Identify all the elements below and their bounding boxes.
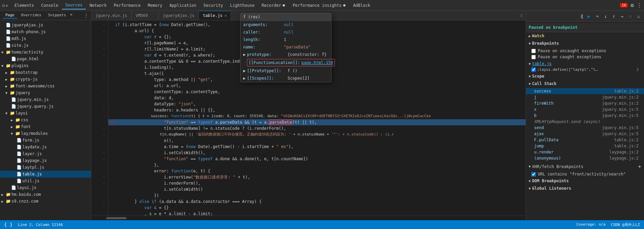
tab-console[interactable]: Console bbox=[38, 2, 62, 9]
tab-security[interactable]: Security bbox=[200, 2, 227, 9]
tree-item-jquerymin[interactable]: 📄 jquery.min.js bbox=[0, 96, 91, 103]
editor-tab-jquerymin[interactable]: jquery.min.js bbox=[91, 11, 132, 20]
expand-icon[interactable]: ▶ bbox=[243, 51, 246, 58]
tree-item-layui[interactable]: 📁 layui bbox=[0, 110, 91, 117]
tree-item-md5[interactable]: 📄 md5.js bbox=[0, 35, 91, 42]
editor-collapse-icon[interactable]: ⟪ bbox=[518, 13, 526, 18]
callstack-item-success[interactable]: success table.js:2 bbox=[526, 88, 644, 94]
sidebar-tab-page[interactable]: Page bbox=[3, 12, 17, 19]
tab-memory[interactable]: Memory bbox=[144, 2, 166, 9]
tree-item-laytpljs[interactable]: 📄 laytpl.js bbox=[0, 164, 91, 171]
settings-icon[interactable]: ⚙ bbox=[630, 2, 634, 8]
deactivate-breakpoints-button[interactable]: ⊘ bbox=[627, 13, 633, 20]
popup-link[interactable]: page.html:150 bbox=[301, 60, 333, 66]
tab-sources[interactable]: Sources bbox=[62, 1, 86, 9]
collapse-right-icon[interactable]: ⟪ bbox=[581, 14, 583, 19]
tree-item-layerjs[interactable]: 📄 layer.js bbox=[0, 150, 91, 157]
editor-tab-vm569[interactable]: VM569 bbox=[132, 11, 159, 20]
tab-recorder[interactable]: Recorder⏺ bbox=[258, 2, 289, 9]
tree-item-formjs[interactable]: 📄 form.js bbox=[0, 137, 91, 144]
step-over-button[interactable]: ↷ bbox=[594, 13, 600, 20]
pause-on-exceptions-button[interactable]: ⚠ bbox=[636, 13, 641, 20]
sidebar-tab-overrides[interactable]: Overrides bbox=[19, 12, 44, 19]
sidebar-tab-snippets[interactable]: Snippets bbox=[45, 12, 69, 19]
popup-row-name[interactable]: name: "parseData" bbox=[240, 43, 331, 51]
editor-tab-tablejs[interactable]: table.js × bbox=[199, 11, 231, 20]
callstack-item-x[interactable]: x jquery.min.js:5 bbox=[526, 106, 644, 112]
bp-uncaught[interactable]: Pause on uncaught exceptions bbox=[526, 48, 644, 54]
callstack-item-pulldata[interactable]: F.pullData table.js:2 bbox=[526, 137, 644, 143]
bp-caught[interactable]: Pause on caught exceptions bbox=[526, 54, 644, 60]
tree-item-jqueryajax[interactable]: 📄 jqueryAjax.js bbox=[0, 22, 91, 28]
tree-item-jqueryquery[interactable]: 📄 jquery.query.js bbox=[0, 103, 91, 110]
tree-item-tablejs[interactable]: 📄 table.js bbox=[0, 171, 91, 178]
tablejs-bp-checkbox[interactable] bbox=[531, 67, 536, 72]
callstack-item-b[interactable]: b jquery.min.js:5 bbox=[526, 112, 644, 119]
tree-item-plugins[interactable]: 📁 plugins bbox=[0, 62, 91, 69]
expand-icon[interactable]: ▶ bbox=[243, 68, 246, 74]
tree-item-font[interactable]: 📁 font bbox=[0, 123, 91, 130]
tab-application[interactable]: Application bbox=[166, 2, 200, 9]
callstack-item-j[interactable]: j jquery.min.js:2 bbox=[526, 94, 644, 100]
global-listeners-section-header[interactable]: ▼ Global Listeners bbox=[526, 185, 644, 192]
resume-button[interactable]: ▶ bbox=[586, 13, 592, 20]
tablejs-bp-header[interactable]: ▼ table.js bbox=[526, 61, 644, 67]
dom-bp-section-header[interactable]: ▼ DOM Breakpoints bbox=[526, 177, 644, 185]
popup-row-length[interactable]: length: 1 bbox=[240, 36, 331, 43]
sidebar-menu-icon[interactable]: ⋮ bbox=[84, 13, 88, 18]
tree-item-laymodules[interactable]: 📁 lay/modules bbox=[0, 130, 91, 137]
tab-network[interactable]: Network bbox=[86, 2, 110, 9]
callstack-item-urender[interactable]: u.render laypage.js:2 bbox=[526, 149, 644, 155]
tree-item-pagehtml[interactable]: 📄 page.html bbox=[0, 56, 91, 62]
tree-item-laydatejs[interactable]: 📄 laydate.js bbox=[0, 144, 91, 150]
tab-lighthouse[interactable]: Lighthouse bbox=[227, 2, 258, 9]
tree-item-site[interactable]: 📄 site.js bbox=[0, 42, 91, 49]
step-into-button[interactable]: ↓ bbox=[603, 13, 608, 20]
tree-item-fontawesome[interactable]: 📁 font-awesome/css bbox=[0, 83, 91, 89]
tab-close-icon[interactable]: × bbox=[225, 14, 227, 18]
tree-item-laypagejs[interactable]: 📄 laypage.js bbox=[0, 157, 91, 164]
callstack-item-ajax[interactable]: ajax jquery.min.js:5 bbox=[526, 131, 644, 137]
expand-icon[interactable]: ▶ bbox=[243, 75, 246, 81]
popup-row-caller[interactable]: caller: null bbox=[240, 28, 331, 36]
editor-tab-jqueryajax[interactable]: jqueryAjax.js bbox=[159, 11, 199, 20]
watch-section-header[interactable]: ▶ Watch bbox=[526, 32, 644, 40]
scope-section-header[interactable]: ▼ Scope bbox=[526, 72, 644, 80]
popup-row-functionlocation[interactable]: ▶ [[FunctionLocation]]: page.html:150 bbox=[240, 58, 331, 67]
xhr-bp-section-header[interactable]: ▼ XHR/fetch Breakpoints + bbox=[526, 162, 644, 171]
sidebar-more-icon[interactable]: » bbox=[70, 12, 72, 19]
popup-row-prototype[interactable]: ▶ prototype: {constructor: f} bbox=[240, 51, 331, 58]
step-button[interactable]: → bbox=[619, 13, 625, 20]
callstack-section-header[interactable]: ▼ Call Stack bbox=[526, 80, 644, 87]
tab-adblock[interactable]: AdBlock bbox=[350, 2, 374, 9]
popup-row-scopes[interactable]: ▶ [[Scopes]]: Scopes[2] bbox=[240, 75, 331, 82]
tree-item-jquery[interactable]: 📁 jquery bbox=[0, 89, 91, 96]
tab-elements[interactable]: Elements bbox=[11, 2, 38, 9]
xhr-bp-add-icon[interactable]: + bbox=[638, 163, 641, 170]
popup-row-arguments[interactable]: arguments: null bbox=[240, 21, 331, 28]
tree-item-utiljs[interactable]: 📄 util.js bbox=[0, 178, 91, 184]
horizontal-scrollbar[interactable] bbox=[91, 215, 526, 220]
tab-performance[interactable]: Performance bbox=[110, 2, 144, 9]
xhr-bp-checkbox[interactable] bbox=[531, 172, 536, 176]
tree-item-home-activity[interactable]: 📁 home/activity bbox=[0, 49, 91, 56]
callstack-item-anonymous[interactable]: (anonymous) laypage.js:2 bbox=[526, 155, 644, 161]
popup-row-prototype2[interactable]: ▶ [[Prototype]]: f () bbox=[240, 67, 331, 75]
callstack-item-jump[interactable]: jump table.js:2 bbox=[526, 143, 644, 149]
tree-item-cryptojs[interactable]: 📁 crypto-js bbox=[0, 76, 91, 83]
tree-item-matchphone[interactable]: 📄 match-phone.js bbox=[0, 28, 91, 35]
tree-item-layuijs[interactable]: 📄 layui.js bbox=[0, 184, 91, 191]
step-out-button[interactable]: ↑ bbox=[611, 13, 616, 20]
more-icon[interactable]: ⋮ bbox=[637, 2, 642, 8]
tree-item-s9cnzz[interactable]: 📁 s9.cnzz.com bbox=[0, 198, 91, 205]
callstack-item-firewith[interactable]: fireWith jquery.min.js:2 bbox=[526, 100, 644, 106]
tree-item-hmbaidu[interactable]: 📁 hm.baidu.com bbox=[0, 191, 91, 198]
bp-caught-checkbox[interactable] bbox=[531, 55, 536, 59]
tablejs-link[interactable]: table.js bbox=[532, 61, 552, 66]
tree-item-bootstrap[interactable]: 📁 bootstrap bbox=[0, 69, 91, 76]
callstack-item-send[interactable]: send jquery.min.js:5 bbox=[526, 125, 644, 131]
bp-uncaught-checkbox[interactable] bbox=[531, 49, 536, 53]
breakpoints-section-header[interactable]: ▼ Breakpoints bbox=[526, 40, 644, 47]
tab-perf-insights[interactable]: Performance insights⏺ bbox=[289, 2, 349, 9]
scrollbar-thumb[interactable] bbox=[106, 217, 127, 219]
